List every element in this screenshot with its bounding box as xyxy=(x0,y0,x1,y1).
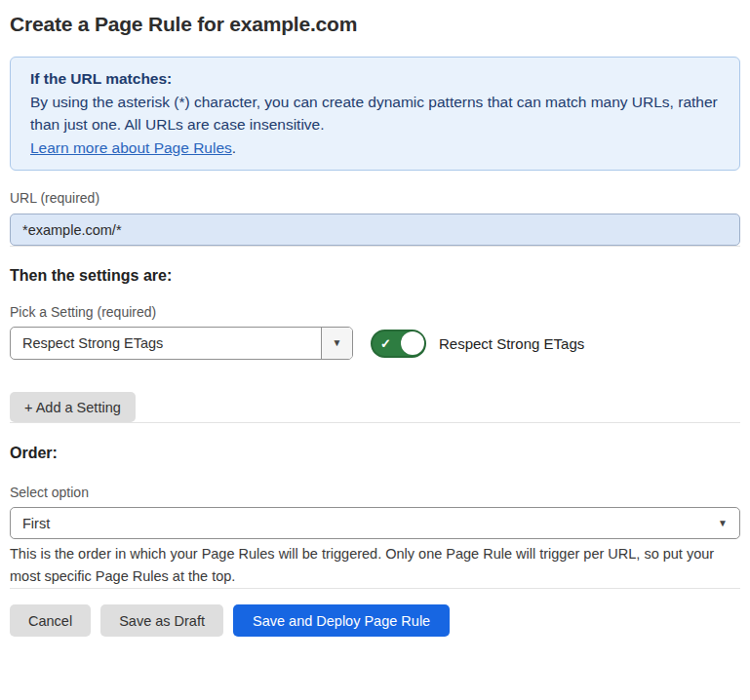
footer-actions: Cancel Save as Draft Save and Deploy Pag… xyxy=(10,604,740,637)
toggle-knob xyxy=(401,331,424,355)
setting-toggle[interactable]: ✓ xyxy=(371,330,426,358)
info-box-body: By using the asterisk (*) character, you… xyxy=(30,91,720,136)
section-divider xyxy=(10,246,740,247)
dropdown-arrow-icon: ▼ xyxy=(718,519,728,528)
add-setting-button[interactable]: + Add a Setting xyxy=(10,392,136,422)
order-select[interactable]: First ▼ xyxy=(10,507,740,539)
checkmark-icon: ✓ xyxy=(380,337,391,350)
setting-select-value: Respect Strong ETags xyxy=(11,335,321,351)
settings-heading: Then the settings are: xyxy=(10,266,740,285)
create-page-rule-form: Create a Page Rule for example.com If th… xyxy=(0,0,750,637)
order-select-value: First xyxy=(11,516,718,531)
section-divider xyxy=(10,422,740,423)
select-option-label: Select option xyxy=(10,485,740,501)
link-suffix-text: . xyxy=(232,139,236,156)
info-box-link-line: Learn more about Page Rules. xyxy=(30,136,720,160)
toggle-label: Respect Strong ETags xyxy=(439,335,584,352)
save-draft-button[interactable]: Save as Draft xyxy=(100,604,223,637)
order-help-text: This is the order in which your Page Rul… xyxy=(10,543,740,588)
footer-divider xyxy=(10,588,740,589)
info-box-heading: If the URL matches: xyxy=(30,67,720,91)
save-deploy-button[interactable]: Save and Deploy Page Rule xyxy=(233,604,450,637)
learn-more-link[interactable]: Learn more about Page Rules xyxy=(30,139,232,156)
url-label: URL (required) xyxy=(10,190,740,207)
pick-setting-label: Pick a Setting (required) xyxy=(10,304,740,321)
url-match-info-box: If the URL matches: By using the asteris… xyxy=(10,57,740,171)
setting-row: Respect Strong ETags ▼ ✓ Respect Strong … xyxy=(10,327,740,360)
order-heading: Order: xyxy=(10,444,740,462)
page-title: Create a Page Rule for example.com xyxy=(10,12,740,37)
setting-select[interactable]: Respect Strong ETags ▼ xyxy=(10,327,353,360)
setting-select-arrow-button[interactable]: ▼ xyxy=(321,328,352,359)
url-input[interactable] xyxy=(10,214,740,246)
cancel-button[interactable]: Cancel xyxy=(10,604,91,637)
dropdown-arrow-icon: ▼ xyxy=(333,338,342,348)
